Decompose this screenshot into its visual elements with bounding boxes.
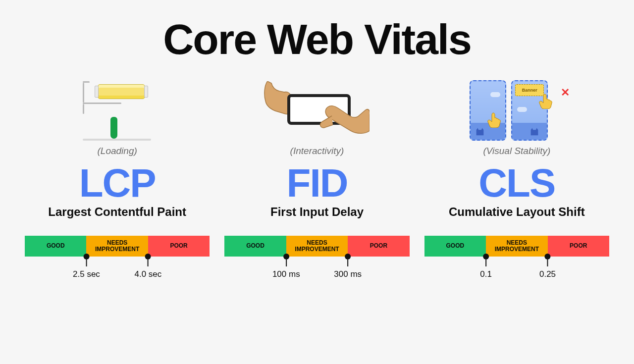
metric-card-lcp: (Loading) LCP Largest Contentful Paint G… [25,76,210,281]
page-title: Core Web Vitals [25,15,609,64]
scale-poor: POOR [548,236,609,257]
hands-phone-icon [263,76,371,141]
tap-hand-icon [538,92,555,109]
threshold-marker-low: 2.5 sec [73,257,100,279]
threshold-marker-low: 0.1 [480,257,492,279]
paint-roller-icon [83,76,152,141]
metric-fullname: Cumulative Layout Shift [449,205,585,219]
scale-needs: NEEDS IMPROVEMENT [86,236,148,257]
threshold-marker-high: 4.0 sec [134,257,161,279]
scale-needs: NEEDS IMPROVEMENT [286,236,348,257]
scale-needs: NEEDS IMPROVEMENT [486,236,547,257]
metric-card-fid: (Interactivity) FID First Input Delay GO… [224,76,409,281]
metric-acronym: CLS [478,163,555,203]
scale-good: GOOD [25,236,86,257]
threshold-scale: GOOD NEEDS IMPROVEMENT POOR [224,236,409,257]
metric-acronym: LCP [79,163,156,203]
metric-category: (Visual Stability) [483,146,550,156]
metric-acronym: FID [287,163,348,203]
layout-shift-icon: Banner ✕ [470,76,564,141]
scale-poor: POOR [148,236,210,257]
threshold-marker-low: 100 ms [272,257,300,279]
tap-hand-icon [486,111,503,128]
metric-category: (Interactivity) [290,146,344,156]
metrics-row: (Loading) LCP Largest Contentful Paint G… [25,76,609,281]
scale-good: GOOD [224,236,286,257]
metric-fullname: First Input Delay [270,205,364,219]
scale-good: GOOD [424,236,486,257]
threshold-marker-high: 0.25 [539,257,556,279]
phone-after-icon: Banner [511,80,548,141]
metric-category: (Loading) [98,146,137,156]
threshold-scale: GOOD NEEDS IMPROVEMENT POOR [424,236,609,257]
threshold-scale: GOOD NEEDS IMPROVEMENT POOR [25,236,210,257]
phone-before-icon [470,80,506,141]
close-icon: ✕ [561,86,570,99]
threshold-marker-high: 300 ms [334,257,362,279]
metric-card-cls: Banner ✕ (Visual Stability) CLS Cumulati… [424,76,609,281]
metric-fullname: Largest Contentful Paint [48,205,186,219]
scale-poor: POOR [348,236,409,257]
